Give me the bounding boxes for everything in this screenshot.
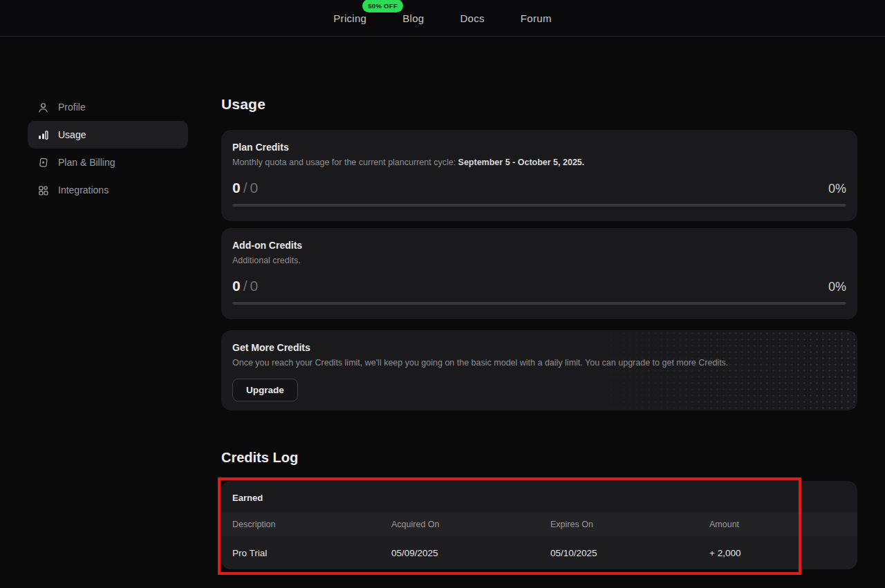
- sidebar-item-profile[interactable]: Profile: [28, 93, 188, 121]
- addon-credits-stats: 0/0 0%: [232, 278, 846, 294]
- plan-credits-card: Plan Credits Monthly quota and usage for…: [221, 130, 857, 221]
- bar-chart-icon: [37, 129, 49, 141]
- plan-credits-description: Monthly quota and usage for the current …: [232, 158, 846, 167]
- plan-total-value: 0: [250, 180, 259, 196]
- usage-separator: /: [243, 180, 248, 196]
- nav-item-forum[interactable]: Forum: [521, 12, 552, 24]
- addon-credits-title: Add-on Credits: [232, 240, 846, 251]
- column-header-amount: Amount: [698, 520, 857, 529]
- plan-credits-stats: 0/0 0%: [232, 180, 846, 196]
- sidebar-item-integrations-label: Integrations: [58, 184, 109, 196]
- nav-item-docs-label: Docs: [460, 12, 484, 24]
- usage-separator: /: [243, 278, 248, 294]
- sidebar-item-usage-label: Usage: [58, 129, 86, 140]
- addon-credits-card: Add-on Credits Additional credits. 0/0 0…: [221, 228, 857, 319]
- addon-total-value: 0: [250, 278, 259, 294]
- column-header-acquired-on: Acquired On: [380, 520, 539, 529]
- upgrade-button[interactable]: Upgrade: [232, 379, 298, 401]
- addon-progress-bar: [232, 302, 846, 305]
- plan-progress-bar: [232, 204, 846, 207]
- get-more-credits-description: Once you reach your Credits limit, we'll…: [232, 358, 846, 368]
- nav-item-pricing-label: Pricing: [333, 12, 366, 24]
- cell-expires-on: 05/10/2025: [539, 548, 698, 558]
- get-more-credits-title: Get More Credits: [232, 342, 846, 353]
- nav-item-forum-label: Forum: [521, 12, 552, 24]
- billing-card-icon: [37, 157, 49, 169]
- nav-item-docs[interactable]: Docs: [460, 12, 484, 24]
- nav-item-pricing[interactable]: Pricing 50% OFF: [333, 12, 366, 24]
- addon-used-value: 0: [232, 278, 241, 294]
- grid-icon: [37, 184, 49, 196]
- column-header-description: Description: [221, 520, 380, 529]
- nav-item-blog-label: Blog: [402, 12, 424, 24]
- credits-log-title: Credits Log: [221, 450, 857, 466]
- billing-cycle-dates: September 5 - October 5, 2025.: [456, 158, 584, 167]
- addon-credits-usage-value: 0/0: [232, 278, 258, 294]
- sidebar-item-plan-billing[interactable]: Plan & Billing: [28, 149, 188, 176]
- user-icon: [37, 102, 49, 113]
- plan-credits-title: Plan Credits: [232, 142, 846, 153]
- usage-page: Usage Plan Credits Monthly quota and usa…: [221, 96, 857, 569]
- plan-percent-value: 0%: [828, 182, 846, 196]
- page-title: Usage: [221, 96, 857, 113]
- sidebar-item-plan-billing-label: Plan & Billing: [58, 157, 115, 168]
- addon-credits-description: Additional credits.: [232, 256, 846, 265]
- cell-description: Pro Trial: [221, 548, 380, 558]
- addon-percent-value: 0%: [828, 280, 846, 294]
- table-header-row: Description Acquired On Expires On Amoun…: [221, 513, 857, 536]
- cell-acquired-on: 05/09/2025: [380, 548, 539, 558]
- sidebar-item-profile-label: Profile: [58, 102, 86, 113]
- earned-section-header: Earned: [221, 481, 857, 513]
- discount-badge: 50% OFF: [362, 0, 403, 12]
- table-row: Pro Trial 05/09/2025 05/10/2025 + 2,000: [221, 536, 857, 569]
- get-more-credits-card: Get More Credits Once you reach your Cre…: [221, 330, 857, 410]
- top-navigation: Pricing 50% OFF Blog Docs Forum: [0, 0, 885, 37]
- credits-log-table: Earned Description Acquired On Expires O…: [221, 481, 857, 569]
- settings-sidebar: Profile Usage Plan & Billing: [28, 93, 188, 204]
- plan-used-value: 0: [232, 180, 241, 196]
- sidebar-item-usage[interactable]: Usage: [28, 121, 188, 149]
- cell-amount: + 2,000: [698, 548, 857, 558]
- column-header-expires-on: Expires On: [539, 520, 698, 529]
- sidebar-item-integrations[interactable]: Integrations: [28, 176, 188, 204]
- nav-item-blog[interactable]: Blog: [402, 12, 424, 24]
- plan-credits-usage-value: 0/0: [232, 180, 258, 196]
